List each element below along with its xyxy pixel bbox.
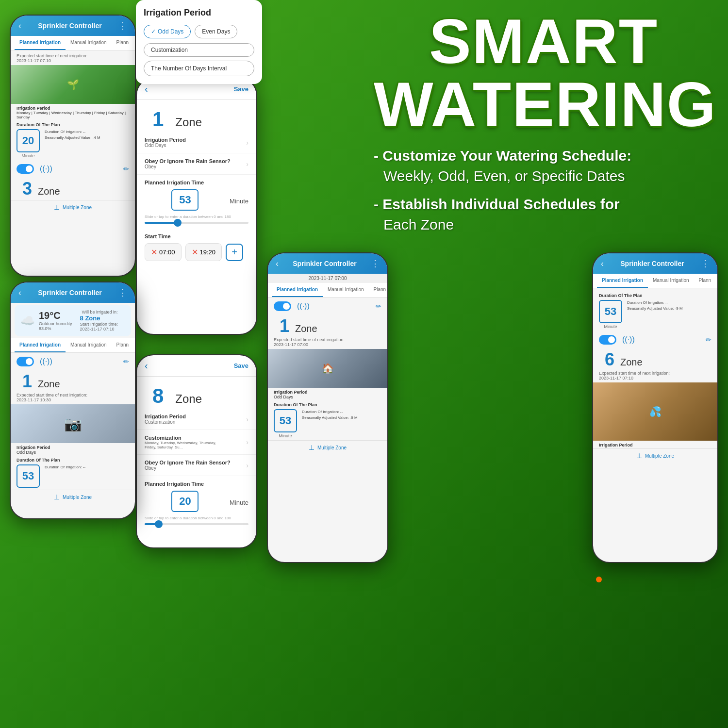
phone2-slider-fill xyxy=(145,222,175,224)
phone5-date: 2023-11-17 07:00 xyxy=(268,274,387,283)
phone2-zone-number: 1 xyxy=(145,104,171,131)
phone5-tab-manual[interactable]: Manual Irrigation xyxy=(323,283,368,297)
phone1-back-icon[interactable]: ‹ xyxy=(18,21,21,31)
phone2-slider-row: 53 Minute xyxy=(137,187,256,215)
phone4-back-icon[interactable]: ‹ xyxy=(18,288,21,298)
phone6-toggle[interactable] xyxy=(599,335,616,345)
phone3-slider-thumb[interactable] xyxy=(155,520,163,528)
phone3-custom-row[interactable]: Customization Monday, Tuesday, Wednesday… xyxy=(137,430,256,455)
phone3-planned-label: Planned Irrigation Time xyxy=(145,481,248,487)
phone4-multiple-zone[interactable]: ⊥ Multiple Zone xyxy=(11,490,135,504)
odd-days-btn[interactable]: ✓ Odd Days xyxy=(144,25,191,38)
irr-options-row: ✓ Odd Days Even Days xyxy=(144,25,254,38)
phone2-time1-close[interactable]: ✕ xyxy=(151,248,157,257)
phone5-duration-row: 53 Minute Duration Of Irrigation: -- Sea… xyxy=(274,409,381,438)
phone1-tab-plan[interactable]: Plann xyxy=(112,36,134,50)
phone4-zone-label: Zone xyxy=(38,379,60,390)
phone2-time1-value: 07:00 xyxy=(159,248,175,256)
phone-1: ‹ Sprinkler Controller ⋮ Planned Irrigat… xyxy=(10,15,136,277)
phone2-time-btn-1[interactable]: ✕ 07:00 xyxy=(145,243,182,261)
phone6-zone-controls: ((·)) ✏ xyxy=(593,331,717,348)
phone4-duration-section: Duration Of The Plan 53 Duration Of Irri… xyxy=(11,456,135,490)
phone2-slider-track[interactable] xyxy=(145,222,248,224)
phone3-slider-container: Slide or tap to enter a duration between… xyxy=(137,516,256,531)
even-days-btn[interactable]: Even Days xyxy=(195,25,237,38)
phone1-toggle[interactable] xyxy=(17,164,34,174)
phone4-next-irr: Expected start time of next irrigation: … xyxy=(11,393,135,404)
phone5-irr-period: Irrigation Period Odd Days xyxy=(268,388,387,400)
phone2-start-time-section: Start Time ✕ 07:00 ✕ 19:20 + xyxy=(137,230,256,265)
phone2-rain-sensor-row[interactable]: Obey Or Ignore The Rain Sensor? Obey › xyxy=(137,153,256,175)
phone6-menu-icon[interactable]: ⋮ xyxy=(701,258,710,269)
phone5-zone-controls: ((·)) ✏ xyxy=(268,298,387,315)
phone6-multiple-zone-text: Multiple Zone xyxy=(645,453,674,459)
phone4-edit-icon[interactable]: ✏ xyxy=(123,358,129,365)
phone3-back-btn[interactable]: ‹ xyxy=(145,360,148,371)
phone1-minute-label: Minute xyxy=(17,153,40,158)
phone-1-screen: ‹ Sprinkler Controller ⋮ Planned Irrigat… xyxy=(11,16,135,276)
phone2-irr-period-row[interactable]: Irrigation Period Odd Days › xyxy=(137,132,256,153)
phone4-camera-icon: 📷 xyxy=(64,415,82,432)
phone5-back-icon[interactable]: ‹ xyxy=(276,259,279,269)
phone3-rain-sensor-content: Obey Or Ignore The Rain Sensor? Obey xyxy=(145,460,231,471)
phone4-zone-image: 📷 xyxy=(11,404,135,443)
phone2-back-btn[interactable]: ‹ xyxy=(145,83,148,95)
phone5-tab-plan[interactable]: Plann xyxy=(369,283,388,297)
number-of-days-btn[interactable]: The Number Of Days Interval xyxy=(144,61,254,76)
phone2-rain-sensor-label: Obey Or Ignore The Rain Sensor? xyxy=(145,158,231,164)
phone5-multiple-zone[interactable]: ⊥ Multiple Zone xyxy=(268,440,387,454)
phone1-duration-row: 20 Minute Duration Of Irrigation: -- Sea… xyxy=(17,129,129,158)
phone4-tab-planned[interactable]: Planned Irrigation xyxy=(15,338,66,352)
phone2-time-btn-2[interactable]: ✕ 19:20 xyxy=(185,243,222,261)
phone2-rain-sensor-value: Obey xyxy=(145,164,231,169)
phone1-menu-icon[interactable]: ⋮ xyxy=(118,20,127,31)
phone3-slider-fill xyxy=(145,523,156,525)
phone6-edit-icon[interactable]: ✏ xyxy=(706,336,711,344)
phone6-duration-box: 53 xyxy=(599,300,622,323)
phone2-save-btn[interactable]: Save xyxy=(234,85,248,93)
phone6-tab-planned[interactable]: Planned Irrigation xyxy=(597,274,648,288)
phone5-edit-icon[interactable]: ✏ xyxy=(376,302,381,310)
phone3-minute-label: Minute xyxy=(230,499,248,506)
phone1-tab-manual[interactable]: Manual Irrigation xyxy=(66,36,111,50)
phone2-time2-close[interactable]: ✕ xyxy=(192,248,198,257)
phone4-toggle[interactable] xyxy=(17,357,34,366)
phone4-header: ‹ Sprinkler Controller ⋮ xyxy=(11,282,135,303)
phone5-multiple-zone-icon: ⊥ xyxy=(309,444,314,451)
phone3-save-btn[interactable]: Save xyxy=(234,362,248,369)
phone6-tab-manual[interactable]: Manual Irrigation xyxy=(648,274,694,288)
phone4-temp: 19°C xyxy=(39,310,61,321)
phone4-tab-manual[interactable]: Manual Irrigation xyxy=(66,338,111,352)
phone1-zone-row: ((·)) ✏ xyxy=(11,160,135,178)
phone3-rain-sensor-row[interactable]: Obey Or Ignore The Rain Sensor? Obey › xyxy=(137,455,256,476)
phone6-multiple-zone-icon: ⊥ xyxy=(636,452,642,460)
phone3-irr-period-label: Irrigation Period xyxy=(145,414,186,419)
phone5-tab-planned[interactable]: Planned Irrigation xyxy=(272,283,323,297)
phone1-tab-planned[interactable]: Planned Irrigation xyxy=(15,36,66,50)
phone2-slider-thumb[interactable] xyxy=(174,219,182,227)
phone3-custom-content: Customization Monday, Tuesday, Wednesday… xyxy=(145,435,222,449)
phone4-menu-icon[interactable]: ⋮ xyxy=(118,287,127,298)
smart-bullet2-text: - Establish Individual Schedules for xyxy=(374,196,620,212)
phone2-rain-sensor-content: Obey Or Ignore The Rain Sensor? Obey xyxy=(145,158,231,169)
smart-title-line2: WATERING xyxy=(374,73,713,136)
phone6-back-icon[interactable]: ‹ xyxy=(601,259,604,269)
phone6-tab-plan[interactable]: Plann xyxy=(694,274,716,288)
phone1-edit-icon[interactable]: ✏ xyxy=(123,165,129,173)
phone2-irr-chevron: › xyxy=(246,139,248,147)
phone4-start-irr-val: 2023-11-17 07:10 xyxy=(80,327,118,331)
phone5-menu-icon[interactable]: ⋮ xyxy=(371,258,380,269)
phone1-header: ‹ Sprinkler Controller ⋮ xyxy=(11,16,135,36)
customization-btn[interactable]: Customization xyxy=(144,43,254,57)
phone1-multiple-zone[interactable]: ⊥ Multiple Zone xyxy=(11,200,135,214)
phone2-add-time-btn[interactable]: + xyxy=(226,244,243,261)
smart-title-line1: SMART xyxy=(374,10,713,73)
phone3-irr-period-row[interactable]: Irrigation Period Customization › xyxy=(137,409,256,430)
phone3-slider-track[interactable] xyxy=(145,523,248,525)
phone6-multiple-zone[interactable]: ⊥ Multiple Zone xyxy=(593,448,717,463)
phone4-tab-plan[interactable]: Plann xyxy=(112,338,134,352)
phone5-toggle[interactable] xyxy=(274,301,291,311)
phone2-zone-row: 1 Zone xyxy=(137,100,256,132)
phone5-duration-section: Duration Of The Plan 53 Minute Duration … xyxy=(268,400,387,440)
smart-sub2: Each Zone xyxy=(374,216,454,232)
